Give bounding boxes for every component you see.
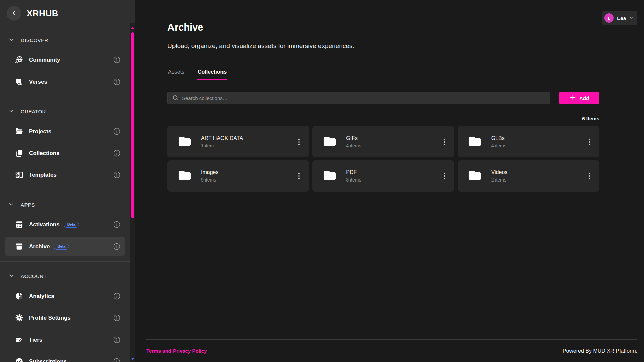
page-subtitle: Upload, organize, and visualize assets f… (167, 42, 599, 50)
page-title: Archive (167, 21, 599, 34)
card-edit-icon (15, 335, 24, 344)
sidebar-section-items: Projects Collections Templates (0, 122, 135, 185)
folder-icon (467, 169, 483, 183)
beta-badge: Beta (64, 222, 79, 228)
sidebar-scrollbar[interactable] (130, 23, 135, 362)
collection-card[interactable]: Images 9 items (167, 160, 309, 192)
back-button[interactable] (7, 6, 21, 21)
sidebar-item-community[interactable]: Community (5, 50, 125, 69)
search-icon (172, 95, 179, 101)
layers-icon (15, 77, 24, 86)
collection-card[interactable]: GLBs 4 items (458, 126, 599, 157)
layout-icon (15, 170, 24, 179)
sidebar-item-label: Profile Settings (29, 315, 71, 321)
add-button[interactable]: Add (559, 92, 599, 104)
search-input[interactable] (168, 92, 550, 104)
sidebar-item-label: Tiers (29, 337, 42, 343)
sidebar-item-templates[interactable]: Templates (5, 165, 125, 185)
scroll-down-arrow[interactable] (131, 358, 134, 360)
terms-privacy-link[interactable]: Terms and Privacy Policy (146, 348, 207, 354)
sidebar-header: XRHUB (0, 0, 135, 25)
collection-count: 4 items (491, 143, 506, 148)
info-icon[interactable] (113, 243, 121, 250)
info-icon[interactable] (113, 292, 121, 300)
user-name: Lea (617, 15, 626, 21)
sidebar-item-projects[interactable]: Projects (5, 122, 125, 141)
sidebar-section-apps: APPS Activations Beta Archive Beta (0, 190, 135, 261)
sidebar-item-label: Verses (29, 79, 47, 85)
tab-assets[interactable]: Assets (167, 69, 185, 80)
folder-icon (177, 135, 192, 149)
sidebar-item-label: Projects (29, 128, 51, 135)
collection-count: 2 items (491, 177, 508, 183)
collection-card[interactable]: GIFs 4 items (312, 126, 454, 157)
collection-count: 9 items (201, 177, 218, 183)
tab-bar: AssetsCollections (167, 69, 599, 80)
sidebar-item-label: Community (29, 57, 60, 63)
kebab-menu-icon[interactable] (442, 137, 447, 147)
kebab-menu-icon[interactable] (296, 171, 302, 181)
info-icon[interactable] (113, 221, 121, 228)
sidebar-section-account: ACCOUNT Analytics Profile Settings Tiers… (0, 261, 135, 362)
sidebar-item-subscriptions[interactable]: Subscriptions (5, 352, 125, 362)
kebab-menu-icon[interactable] (587, 171, 592, 181)
user-menu[interactable]: L Lea (602, 11, 637, 25)
info-icon[interactable] (113, 56, 121, 64)
archive-box-icon (15, 242, 24, 251)
kebab-menu-icon[interactable] (296, 137, 302, 147)
collection-name: ART HACK DATA (201, 135, 243, 141)
sidebar-section-label: APPS (21, 202, 35, 208)
app-title: XRHUB (27, 8, 58, 19)
info-icon[interactable] (113, 336, 121, 344)
sidebar-section-header[interactable]: APPS (0, 200, 135, 210)
collection-count: 4 items (346, 143, 361, 148)
collection-name: Videos (491, 169, 508, 175)
info-icon[interactable] (113, 358, 121, 362)
items-count: 6 Items (167, 116, 599, 121)
sidebar-item-verses[interactable]: Verses (5, 72, 125, 91)
sidebar: XRHUB DISCOVER Community Verses (0, 0, 135, 362)
scroll-up-arrow[interactable] (131, 27, 134, 29)
sidebar-item-activations[interactable]: Activations Beta (5, 215, 125, 234)
sidebar-item-collections[interactable]: Collections (5, 144, 125, 163)
beta-badge: Beta (54, 244, 69, 250)
sidebar-section-header[interactable]: CREATOR (0, 106, 135, 116)
collection-name: Images (201, 169, 218, 175)
sidebar-section-discover: DISCOVER Community Verses (0, 25, 135, 97)
kebab-menu-icon[interactable] (442, 171, 447, 181)
sidebar-item-archive[interactable]: Archive Beta (5, 237, 125, 256)
scrollbar-thumb[interactable] (131, 32, 134, 218)
sidebar-section-header[interactable]: ACCOUNT (0, 271, 135, 281)
info-icon[interactable] (113, 171, 121, 179)
check-circle-icon (15, 357, 24, 362)
info-icon[interactable] (113, 314, 121, 322)
collection-card[interactable]: PDF 3 items (312, 160, 454, 192)
tab-collections[interactable]: Collections (197, 69, 227, 80)
sidebar-item-label: Collections (29, 150, 60, 157)
sidebar-item-label: Subscriptions (29, 358, 67, 362)
folder-open-icon (15, 127, 24, 136)
sidebar-section-header[interactable]: DISCOVER (0, 35, 135, 45)
folder-icon (322, 135, 337, 149)
sidebar-item-tiers[interactable]: Tiers (5, 330, 125, 349)
main-area: L Lea Archive Upload, organize, and visu… (135, 0, 644, 362)
collection-name: GLBs (491, 135, 506, 141)
collection-card[interactable]: Videos 2 items (458, 160, 599, 192)
info-icon[interactable] (113, 127, 121, 135)
collection-card[interactable]: ART HACK DATA 1 item (167, 126, 309, 157)
footer: Terms and Privacy Policy Powered By MUD … (146, 339, 637, 362)
chevron-down-icon (9, 273, 14, 279)
sidebar-item-analytics[interactable]: Analytics (5, 287, 125, 306)
collection-count: 3 items (346, 177, 361, 183)
sidebar-nav: DISCOVER Community Verses CREATOR Projec… (0, 25, 135, 362)
chevron-down-icon (629, 15, 633, 21)
gear-icon (15, 313, 24, 322)
folder-icon (177, 169, 192, 183)
kebab-menu-icon[interactable] (587, 137, 592, 147)
info-icon[interactable] (113, 78, 121, 86)
pie-chart-icon (15, 292, 24, 301)
collection-name: PDF (346, 169, 361, 175)
add-button-label: Add (579, 95, 589, 101)
sidebar-item-profile-settings[interactable]: Profile Settings (5, 308, 125, 327)
info-icon[interactable] (113, 149, 121, 157)
